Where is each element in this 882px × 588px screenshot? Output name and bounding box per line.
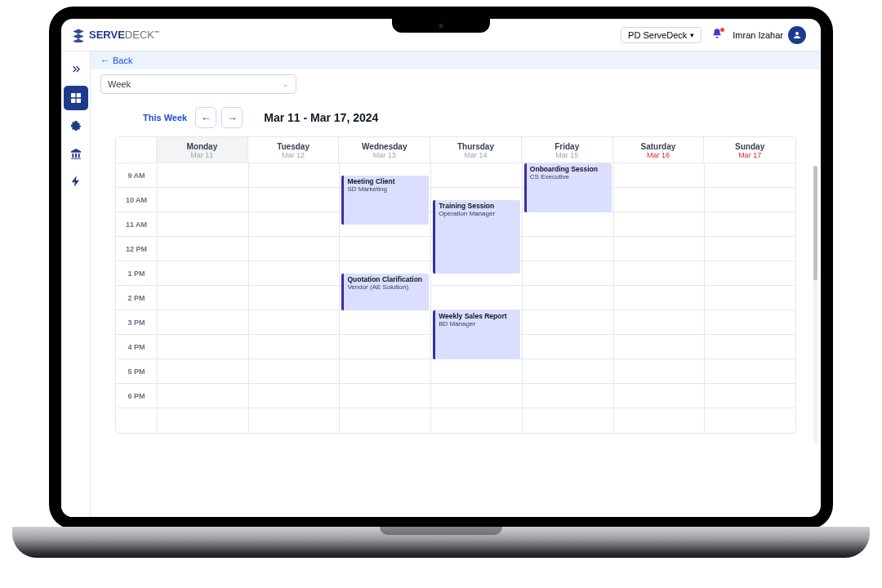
org-select[interactable]: PD ServeDeck ▾ xyxy=(621,27,702,43)
chevron-down-icon: ⌄ xyxy=(283,80,289,88)
app-body: ← Back Week ⌄ This Week ← → xyxy=(61,51,821,517)
event-sub: CS Executive xyxy=(530,173,608,180)
sidebar xyxy=(61,51,91,517)
back-button[interactable]: ← Back xyxy=(91,51,821,69)
this-week-button[interactable]: This Week xyxy=(143,113,187,122)
calendar-grid: MondayMar 11TuesdayMar 12WednesdayMar 13… xyxy=(115,136,796,434)
day-header: FridayMar 15 xyxy=(522,137,613,163)
day-column[interactable] xyxy=(613,163,705,433)
event-title: Weekly Sales Report xyxy=(439,312,517,320)
sidebar-item-bolt[interactable] xyxy=(64,169,88,194)
event-title: Quotation Clarification xyxy=(347,275,425,283)
laptop-frame: SERVEDECK™ PD ServeDeck ▾ Imran Izahar xyxy=(49,7,833,529)
arrow-left-icon: ← xyxy=(100,56,109,65)
day-column[interactable]: Onboarding SessionCS Executive xyxy=(522,163,613,433)
day-column[interactable]: Meeting ClientSD MarketingQuotation Clar… xyxy=(339,163,430,433)
prev-week-button[interactable]: ← xyxy=(195,107,216,128)
hour-label: 9 AM xyxy=(116,163,157,188)
day-date: Mar 14 xyxy=(430,151,521,159)
logo-mark-icon xyxy=(71,28,86,42)
svg-rect-0 xyxy=(71,93,75,97)
calendar-event[interactable]: Onboarding SessionCS Executive xyxy=(524,163,612,212)
day-header: WednesdayMar 13 xyxy=(339,137,430,163)
event-title: Onboarding Session xyxy=(530,165,608,173)
event-title: Training Session xyxy=(439,202,517,210)
brand-logo[interactable]: SERVEDECK™ xyxy=(71,28,159,42)
sidebar-item-building[interactable] xyxy=(64,141,88,166)
calendar-event[interactable]: Weekly Sales ReportBD Manager xyxy=(433,310,520,359)
day-header: SaturdayMar 16 xyxy=(613,137,705,163)
caret-down-icon: ▾ xyxy=(690,31,694,39)
svg-rect-3 xyxy=(76,99,80,103)
hour-label: 1 PM xyxy=(116,261,157,286)
hour-label: 10 AM xyxy=(116,188,157,212)
user-menu[interactable]: Imran Izahar xyxy=(733,26,806,44)
scrollbar-thumb[interactable] xyxy=(813,166,817,280)
day-name: Tuesday xyxy=(248,142,339,151)
day-date: Mar 12 xyxy=(248,151,339,159)
day-name: Saturday xyxy=(613,142,704,151)
sidebar-expand-icon[interactable] xyxy=(64,58,88,82)
day-column[interactable] xyxy=(157,163,248,433)
date-range: Mar 11 - Mar 17, 2024 xyxy=(264,111,378,124)
day-header: MondayMar 11 xyxy=(157,137,248,163)
hour-label: 12 PM xyxy=(116,237,157,261)
hour-label: 6 PM xyxy=(116,384,157,408)
event-sub: BD Manager xyxy=(439,320,517,327)
event-sub: SD Marketing xyxy=(347,185,425,193)
scrollbar[interactable] xyxy=(813,166,817,443)
day-name: Monday xyxy=(157,142,247,151)
laptop-notch xyxy=(392,18,490,33)
laptop-base xyxy=(12,527,870,558)
day-header: ThursdayMar 14 xyxy=(430,137,522,163)
day-name: Wednesday xyxy=(339,142,430,151)
hour-label: 11 AM xyxy=(116,212,157,237)
calendar-event[interactable]: Meeting ClientSD Marketing xyxy=(341,176,429,225)
avatar xyxy=(788,26,806,44)
org-label: PD ServeDeck xyxy=(628,30,687,40)
calendar-event[interactable]: Training SessionOperation Manager xyxy=(433,200,520,274)
next-week-button[interactable]: → xyxy=(221,107,243,128)
day-column[interactable] xyxy=(248,163,340,433)
day-date: Mar 15 xyxy=(522,151,612,159)
back-label: Back xyxy=(113,56,132,65)
day-name: Sunday xyxy=(704,142,795,151)
hour-label: 4 PM xyxy=(116,335,157,359)
event-sub: Vendor (AE Solution) xyxy=(347,283,425,291)
hour-label: 3 PM xyxy=(116,310,157,335)
event-title: Meeting Client xyxy=(347,177,425,185)
calendar-wrap: This Week ← → Mar 11 - Mar 17, 2024 Mond… xyxy=(91,99,821,517)
brand-name: SERVEDECK™ xyxy=(89,29,159,41)
day-date: Mar 13 xyxy=(339,151,430,159)
day-column[interactable] xyxy=(704,163,795,433)
app-screen: SERVEDECK™ PD ServeDeck ▾ Imran Izahar xyxy=(61,19,821,517)
time-column: 9 AM10 AM11 AM12 PM1 PM2 PM3 PM4 PM5 PM6… xyxy=(116,163,157,433)
sidebar-item-settings[interactable] xyxy=(64,114,88,138)
day-date: Mar 11 xyxy=(157,151,247,159)
day-name: Friday xyxy=(522,142,612,151)
hour-label: 2 PM xyxy=(116,286,157,310)
user-name: Imran Izahar xyxy=(733,30,783,40)
day-date: Mar 17 xyxy=(704,151,795,159)
svg-rect-2 xyxy=(71,99,75,103)
day-column[interactable]: Training SessionOperation ManagerWeekly … xyxy=(430,163,522,433)
svg-rect-1 xyxy=(76,93,80,97)
sidebar-item-dashboard[interactable] xyxy=(64,86,88,110)
day-date: Mar 16 xyxy=(613,151,704,159)
day-header: SundayMar 17 xyxy=(704,137,795,163)
view-select[interactable]: Week ⌄ xyxy=(100,74,296,94)
day-header: TuesdayMar 12 xyxy=(248,137,340,163)
day-name: Thursday xyxy=(430,142,521,151)
main-panel: ← Back Week ⌄ This Week ← → xyxy=(91,51,821,517)
notifications-icon[interactable] xyxy=(711,28,723,42)
calendar-toolbar: This Week ← → Mar 11 - Mar 17, 2024 xyxy=(143,107,796,128)
event-sub: Operation Manager xyxy=(439,210,517,217)
hour-label: 5 PM xyxy=(116,359,157,384)
calendar-event[interactable]: Quotation ClarificationVendor (AE Soluti… xyxy=(341,274,429,310)
notification-dot-icon xyxy=(720,28,724,32)
view-select-value: Week xyxy=(108,79,131,89)
